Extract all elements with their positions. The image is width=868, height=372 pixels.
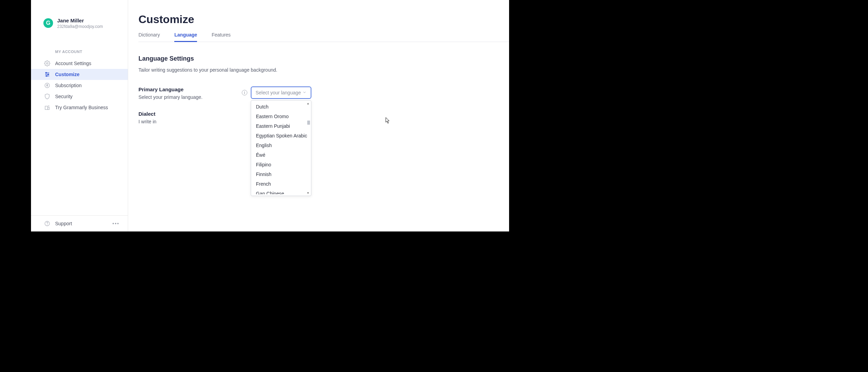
gear-icon (44, 60, 50, 66)
dialect-row: Dialect I write in (138, 111, 509, 124)
select-placeholder: Select your language (256, 90, 301, 95)
section-description: Tailor writing suggestions to your perso… (138, 67, 509, 73)
dropdown-option[interactable]: Filipino (251, 160, 311, 169)
dropdown-option[interactable]: French (251, 179, 311, 189)
sidebar-item-label: Try Grammarly Business (55, 105, 108, 110)
dropdown-option[interactable]: Finnish (251, 169, 311, 179)
language-dropdown: ▴ Dutch Eastern Oromo Eastern Punjabi Eg… (251, 100, 311, 196)
tab-language[interactable]: Language (174, 32, 197, 42)
dropdown-option[interactable]: Egyptian Spoken Arabic (251, 131, 311, 141)
sidebar-item-label: Subscription (55, 83, 82, 88)
avatar[interactable]: G (43, 18, 53, 28)
sidebar-item-try-business[interactable]: Try Grammarly Business (31, 102, 128, 113)
user-name: Jane Miller (57, 17, 103, 24)
chevron-down-icon (302, 90, 307, 96)
support-link[interactable]: Support (44, 220, 72, 227)
scroll-up-arrow[interactable]: ▴ (306, 101, 310, 105)
dropdown-option[interactable]: Eastern Oromo (251, 112, 311, 121)
svg-rect-8 (45, 106, 48, 110)
dialect-label: Dialect (138, 111, 242, 117)
scroll-down-arrow[interactable]: ▾ (306, 191, 310, 195)
sidebar-item-label: Account Settings (55, 61, 91, 66)
dollar-icon (44, 82, 50, 89)
svg-point-5 (48, 74, 49, 75)
shield-icon (44, 93, 50, 100)
dropdown-option[interactable]: Eastern Punjabi (251, 121, 311, 131)
sidebar-section-label: MY ACCOUNT (31, 50, 128, 58)
sliders-icon (44, 71, 50, 78)
tabs: Dictionary Language Features (138, 32, 509, 42)
dialect-help: I write in (138, 119, 242, 124)
svg-point-0 (46, 62, 48, 64)
building-icon (44, 104, 50, 111)
scrollbar-thumb[interactable] (307, 121, 310, 125)
dropdown-option[interactable]: Dutch (251, 102, 311, 112)
sidebar-item-account-settings[interactable]: Account Settings (31, 58, 128, 69)
svg-point-4 (46, 72, 47, 73)
profile-block: G Jane Miller 232fda9a@moodjoy.com (31, 17, 128, 29)
section-heading: Language Settings (138, 55, 509, 62)
user-email: 232fda9a@moodjoy.com (57, 24, 103, 29)
tab-dictionary[interactable]: Dictionary (138, 32, 160, 42)
dropdown-option[interactable]: Gan Chinese (251, 189, 311, 194)
sidebar: G Jane Miller 232fda9a@moodjoy.com MY AC… (31, 0, 128, 231)
tab-features[interactable]: Features (211, 32, 230, 42)
more-icon[interactable]: ••• (112, 221, 120, 226)
primary-language-row: Primary Language Select your primary lan… (138, 86, 509, 100)
support-label: Support (55, 221, 72, 226)
sidebar-item-customize[interactable]: Customize (31, 69, 128, 80)
dropdown-option[interactable]: English (251, 141, 311, 150)
svg-point-13 (47, 225, 48, 225)
sidebar-item-label: Security (55, 94, 73, 99)
svg-rect-9 (48, 107, 50, 110)
info-icon[interactable]: i (242, 90, 247, 95)
sidebar-item-security[interactable]: Security (31, 91, 128, 102)
app-window: G Jane Miller 232fda9a@moodjoy.com MY AC… (31, 0, 509, 231)
sidebar-item-subscription[interactable]: Subscription (31, 80, 128, 91)
page-title: Customize (138, 13, 509, 26)
help-icon (44, 220, 50, 227)
primary-language-select[interactable]: Select your language (251, 86, 311, 99)
primary-language-label: Primary Language (138, 86, 242, 92)
dropdown-option[interactable]: Éwé (251, 150, 311, 160)
primary-language-help: Select your primary language. (138, 94, 242, 100)
svg-point-6 (46, 75, 47, 76)
main-content: Customize Dictionary Language Features L… (128, 0, 509, 231)
nav-list: Account Settings Customize Subscription … (31, 58, 128, 113)
sidebar-bottom: Support ••• (31, 215, 128, 231)
sidebar-item-label: Customize (55, 72, 80, 77)
